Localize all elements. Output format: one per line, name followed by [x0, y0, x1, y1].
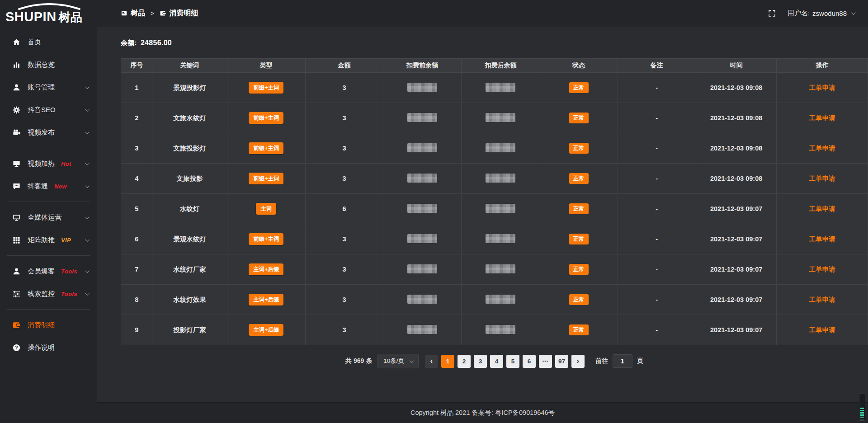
chevron-down-icon	[85, 85, 90, 89]
fullscreen-icon[interactable]	[768, 9, 776, 17]
user-menu[interactable]: 用户名: zswodun88	[788, 9, 854, 18]
table-row: 3文旅投影灯前缀+主词3正常-2021-12-03 09:08工单申请	[121, 133, 868, 164]
home-icon	[12, 38, 21, 47]
gear-icon	[12, 106, 21, 114]
breadcrumb-label: 消费明细	[170, 9, 198, 18]
grid-icon	[12, 236, 21, 244]
work-order-link[interactable]: 工单申请	[809, 235, 835, 243]
cell-remark: -	[618, 164, 696, 194]
work-order-link[interactable]: 工单申请	[809, 266, 835, 273]
more-pages-button[interactable]: •••	[539, 355, 552, 368]
cell-time: 2021-12-03 09:08	[696, 133, 776, 164]
sidebar-item-label: 全媒体运营	[28, 213, 61, 222]
sidebar-item-label: 抖客通	[28, 182, 48, 191]
masked-balance-before	[407, 143, 437, 152]
cell-index: 3	[121, 133, 152, 164]
page-button-97[interactable]: 97	[555, 355, 568, 368]
work-order-link[interactable]: 工单申请	[809, 84, 835, 91]
page-size-select[interactable]: 10条/页	[377, 354, 419, 368]
masked-balance-after	[486, 204, 515, 213]
goto-label: 前往	[595, 357, 608, 365]
sidebar-item-1[interactable]: 数据总览	[0, 53, 97, 76]
chevron-down-icon	[410, 358, 414, 363]
sidebar-item-label: 矩阵助推	[28, 236, 55, 244]
sidebar-item-12[interactable]: 会员爆客Tools	[0, 260, 97, 282]
status-badge: 正常	[569, 113, 589, 124]
goto-page-input[interactable]	[613, 354, 632, 368]
type-badge: 前缀+主词	[249, 233, 283, 245]
status-badge: 正常	[569, 143, 589, 154]
next-page-button[interactable]: ›	[571, 355, 585, 368]
cell-time: 2021-12-03 09:08	[696, 73, 776, 103]
sidebar-item-9[interactable]: 全媒体运营	[0, 206, 97, 229]
work-order-link[interactable]: 工单申请	[809, 205, 835, 212]
cell-amount: 3	[306, 315, 383, 345]
cell-index: 8	[121, 285, 152, 315]
cell-amount: 3	[306, 73, 383, 103]
sidebar-item-6[interactable]: 视频加热Hot	[0, 152, 97, 175]
cell-index: 9	[121, 315, 152, 345]
column-header: 金额	[306, 59, 383, 73]
breadcrumb: 树品 > 消费明细	[121, 9, 198, 18]
table-row: 2文旅水纹灯前缀+主词3正常-2021-12-03 09:08工单申请	[121, 103, 868, 133]
type-badge: 前缀+主词	[249, 82, 283, 94]
sidebar: SHUPIN树品 首页数据总览账号管理抖音SEO视频发布视频加热Hot抖客通Ne…	[0, 0, 97, 423]
cell-remark: -	[618, 254, 696, 285]
page-button-2[interactable]: 2	[458, 355, 471, 368]
masked-balance-before	[407, 204, 437, 213]
sidebar-item-label: 消费明细	[28, 321, 55, 329]
sidebar-item-2[interactable]: 账号管理	[0, 76, 97, 99]
cell-amount: 3	[306, 224, 383, 254]
sidebar-item-badge: Hot	[61, 160, 71, 167]
cell-time: 2021-12-03 09:07	[696, 194, 776, 224]
type-badge: 主词	[256, 203, 276, 215]
sidebar-item-13[interactable]: 线索监控Tools	[0, 282, 97, 305]
chevron-down-icon	[85, 161, 90, 165]
page-button-6[interactable]: 6	[523, 355, 536, 368]
sidebar-item-3[interactable]: 抖音SEO	[0, 99, 97, 121]
sidebar-item-16[interactable]: ?操作说明	[0, 336, 97, 359]
mini-scrollbar[interactable]	[859, 394, 865, 421]
breadcrumb-label: 树品	[131, 9, 145, 18]
type-badge: 前缀+主词	[249, 112, 283, 124]
page-size-value: 10条/页	[383, 357, 404, 365]
wallet-icon	[12, 321, 21, 329]
sidebar-divider	[7, 309, 90, 310]
table-row: 5水纹灯主词6正常-2021-12-03 09:07工单申请	[121, 194, 868, 224]
breadcrumb-item-current: 消费明细	[160, 9, 198, 18]
type-badge: 前缀+主词	[249, 173, 283, 185]
cell-remark: -	[618, 224, 696, 254]
prev-page-button[interactable]: ‹	[425, 355, 438, 368]
sidebar-item-7[interactable]: 抖客通New	[0, 175, 97, 197]
page-button-3[interactable]: 3	[474, 355, 487, 368]
column-header: 状态	[540, 59, 618, 73]
user-solid-icon	[12, 267, 21, 276]
user-icon	[12, 83, 21, 92]
work-order-link[interactable]: 工单申请	[809, 326, 835, 334]
cell-amount: 3	[306, 254, 383, 285]
page-button-5[interactable]: 5	[506, 355, 519, 368]
masked-balance-before	[407, 174, 437, 183]
table-row: 6景观水纹灯前缀+主词3正常-2021-12-03 09:07工单申请	[121, 224, 868, 254]
page-button-1[interactable]: 1	[441, 355, 454, 368]
work-order-link[interactable]: 工单申请	[809, 114, 835, 122]
sidebar-item-10[interactable]: 矩阵助推VIP	[0, 229, 97, 251]
work-order-link[interactable]: 工单申请	[809, 296, 835, 303]
cell-keyword: 景观投影灯	[152, 73, 227, 103]
cell-keyword: 水纹灯效果	[152, 285, 227, 315]
status-badge: 正常	[569, 294, 589, 306]
work-order-link[interactable]: 工单申请	[809, 175, 835, 182]
sidebar-item-15[interactable]: 消费明细	[0, 314, 97, 336]
breadcrumb-item-home[interactable]: 树品	[121, 9, 145, 18]
main-content: 余额:24856.00 序号关键词类型金额扣费前余额扣费后余额状态备注时间操作 …	[97, 27, 868, 402]
sidebar-item-label: 视频发布	[28, 128, 55, 137]
page-button-4[interactable]: 4	[490, 355, 503, 368]
copyright-text: Copyright 树品 2021 备案号: 粤ICP备09019646号	[410, 409, 555, 417]
cell-remark: -	[618, 133, 696, 164]
work-order-link[interactable]: 工单申请	[809, 145, 835, 152]
cell-amount: 3	[306, 103, 383, 133]
chevron-down-icon	[85, 183, 90, 188]
footer: Copyright 树品 2021 备案号: 粤ICP备09019646号	[97, 402, 868, 423]
sidebar-item-4[interactable]: 视频发布	[0, 121, 97, 144]
sidebar-item-0[interactable]: 首页	[0, 31, 97, 53]
